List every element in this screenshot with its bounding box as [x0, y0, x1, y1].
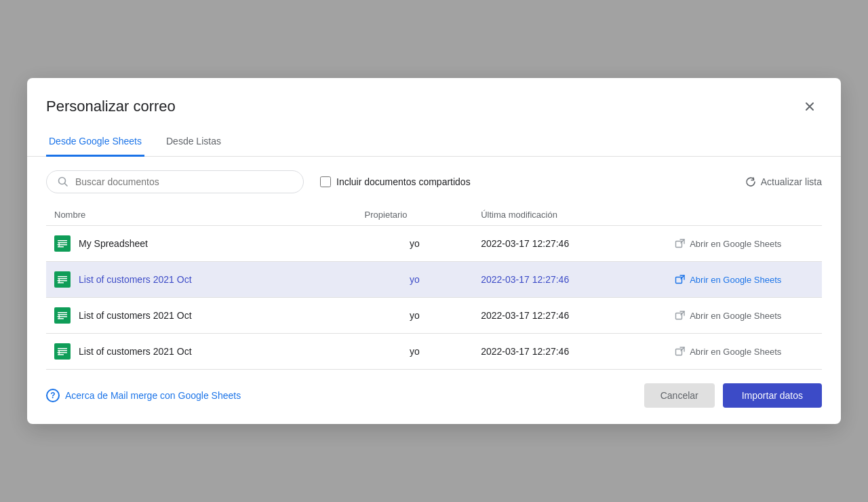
svg-text:+: + [57, 348, 61, 356]
cell-modified: 2022-03-17 12:27:46 [473, 226, 667, 262]
svg-rect-32 [676, 349, 682, 355]
cell-action: Abrir en Google Sheets [667, 226, 822, 262]
open-in-sheets-link[interactable]: Abrir en Google Sheets [675, 346, 814, 357]
document-name: My Spreadsheet [79, 238, 148, 249]
sheets-file-icon: + [54, 343, 71, 360]
open-external-icon [675, 310, 686, 321]
documents-table: Nombre Propietario Última modificación +… [46, 204, 822, 370]
open-external-icon [675, 238, 686, 249]
cell-name: + List of customers 2021 Oct [46, 298, 357, 334]
search-input[interactable] [75, 176, 292, 187]
col-header-modified: Última modificación [473, 204, 667, 226]
svg-rect-24 [676, 313, 682, 320]
open-external-icon [675, 274, 686, 285]
col-header-action [667, 204, 822, 226]
tab-google-sheets[interactable]: Desde Google Sheets [46, 128, 144, 157]
modal-footer: ? Acerca de Mail merge con Google Sheets… [27, 370, 841, 424]
document-name: List of customers 2021 Oct [79, 346, 192, 357]
cell-modified: 2022-03-17 12:27:46 [473, 262, 667, 298]
svg-line-1 [65, 184, 68, 187]
cell-action: Abrir en Google Sheets [667, 334, 822, 370]
open-link-label: Abrir en Google Sheets [690, 239, 781, 249]
help-link[interactable]: ? Acerca de Mail merge con Google Sheets [46, 389, 241, 402]
col-header-owner: Propietario [357, 204, 473, 226]
refresh-icon [745, 176, 757, 188]
help-icon: ? [46, 389, 60, 402]
modal-header: Personalizar correo [27, 78, 841, 119]
refresh-button[interactable]: Actualizar lista [745, 176, 822, 188]
cell-modified: 2022-03-17 12:27:46 [473, 334, 667, 370]
open-in-sheets-link[interactable]: Abrir en Google Sheets [675, 274, 814, 285]
close-button[interactable] [797, 94, 822, 119]
search-box [46, 170, 304, 193]
cell-name: + List of customers 2021 Oct [46, 262, 357, 298]
cell-owner: yo [357, 262, 473, 298]
open-link-label: Abrir en Google Sheets [690, 275, 781, 285]
cell-owner: yo [357, 226, 473, 262]
svg-rect-8 [676, 242, 682, 248]
table-row[interactable]: + My Spreadsheet yo 2022-03-17 12:27:46 … [46, 226, 822, 262]
tab-bar: Desde Google Sheets Desde Listas [27, 127, 841, 157]
open-link-label: Abrir en Google Sheets [690, 347, 781, 357]
table-row[interactable]: + List of customers 2021 Oct yo 2022-03-… [46, 298, 822, 334]
modal-title: Personalizar correo [46, 98, 176, 115]
open-external-icon [675, 346, 686, 357]
document-name: List of customers 2021 Oct [79, 310, 192, 321]
sheets-file-icon: + [54, 271, 71, 288]
modal-dialog: Personalizar correo Desde Google Sheets … [27, 78, 841, 424]
open-in-sheets-link[interactable]: Abrir en Google Sheets [675, 238, 814, 249]
modal-body: Incluir documentos compartidos Actualiza… [27, 157, 841, 370]
open-link-label: Abrir en Google Sheets [690, 311, 781, 321]
open-in-sheets-link[interactable]: Abrir en Google Sheets [675, 310, 814, 321]
cell-action: Abrir en Google Sheets [667, 298, 822, 334]
table-row[interactable]: + List of customers 2021 Oct yo 2022-03-… [46, 334, 822, 370]
cell-owner: yo [357, 334, 473, 370]
cell-name: + List of customers 2021 Oct [46, 334, 357, 370]
footer-actions: Cancelar Importar datos [644, 383, 822, 408]
import-button[interactable]: Importar datos [723, 383, 822, 408]
sheets-file-icon: + [54, 235, 71, 252]
table-row[interactable]: + List of customers 2021 Oct yo 2022-03-… [46, 262, 822, 298]
svg-rect-16 [676, 277, 682, 284]
cell-name: + My Spreadsheet [46, 226, 357, 262]
svg-text:+: + [57, 312, 61, 320]
toolbar: Incluir documentos compartidos Actualiza… [46, 170, 822, 193]
col-header-name: Nombre [46, 204, 357, 226]
document-name: List of customers 2021 Oct [79, 274, 192, 285]
sheets-file-icon: + [54, 307, 71, 324]
include-shared-checkbox[interactable] [320, 176, 331, 187]
cell-owner: yo [357, 298, 473, 334]
tab-listas[interactable]: Desde Listas [163, 128, 224, 157]
cancel-button[interactable]: Cancelar [644, 383, 715, 408]
svg-text:+: + [57, 240, 61, 248]
modal-overlay: Personalizar correo Desde Google Sheets … [0, 0, 868, 502]
cell-modified: 2022-03-17 12:27:46 [473, 298, 667, 334]
cell-action: Abrir en Google Sheets [667, 262, 822, 298]
svg-text:+: + [57, 276, 61, 284]
search-icon [58, 176, 68, 187]
close-icon [804, 100, 816, 113]
include-shared-label[interactable]: Incluir documentos compartidos [320, 176, 471, 187]
